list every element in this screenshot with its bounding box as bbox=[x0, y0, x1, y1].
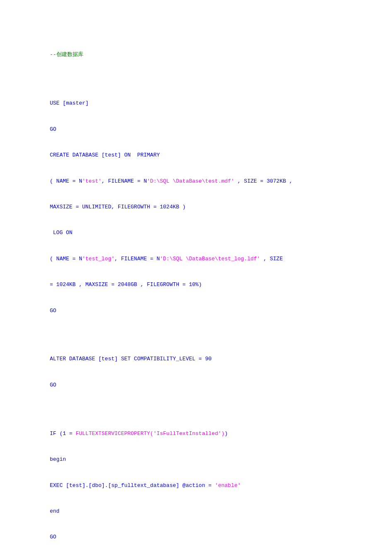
line-go3: GO bbox=[50, 381, 359, 390]
empty-line-1 bbox=[50, 77, 359, 82]
line-create-db: CREATE DATABASE [test] ON PRIMARY bbox=[50, 151, 359, 160]
empty-line-2 bbox=[50, 333, 359, 338]
empty-line-3 bbox=[50, 407, 359, 412]
line-go1: GO bbox=[50, 125, 359, 134]
line-exec: EXEC [test].[dbo].[sp_fulltext_database]… bbox=[50, 482, 359, 490]
line-maxsize1: MAXSIZE = UNLIMITED, FILEGROWTH = 1024KB… bbox=[50, 203, 359, 212]
line-name2: ( NAME = N'test_log', FILENAME = N'D:\SQ… bbox=[50, 255, 359, 264]
comment-create-db: --创建数据库 bbox=[50, 51, 359, 59]
line-end: end bbox=[50, 507, 359, 516]
page-container: --创建数据库 USE [master] GO CREATE DATABASE … bbox=[0, 0, 392, 555]
line-use: USE [master] bbox=[50, 99, 359, 108]
code-block: --创建数据库 USE [master] GO CREATE DATABASE … bbox=[50, 25, 359, 555]
line-go4: GO bbox=[50, 533, 359, 542]
line-alter1: ALTER DATABASE [test] SET COMPATIBILITY_… bbox=[50, 355, 359, 364]
line-begin: begin bbox=[50, 455, 359, 464]
line-go2: GO bbox=[50, 307, 359, 315]
line-log-on: LOG ON bbox=[50, 229, 359, 237]
line-size2: = 1024KB , MAXSIZE = 2048GB , FILEGROWTH… bbox=[50, 281, 359, 289]
line-if: IF (1 = FULLTEXTSERVICEPROPERTY('IsFullT… bbox=[50, 430, 359, 438]
line-name1: ( NAME = N'test', FILENAME = N'D:\SQL \D… bbox=[50, 177, 359, 186]
